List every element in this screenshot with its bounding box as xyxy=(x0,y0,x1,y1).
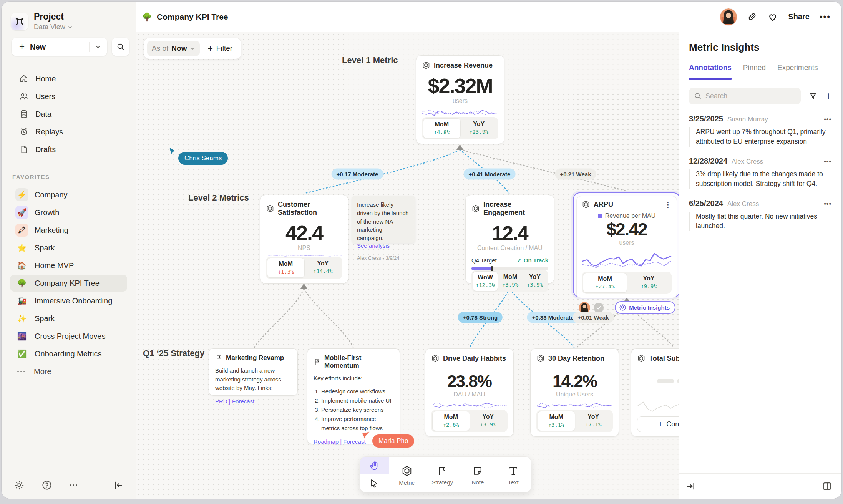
sidebar-item-label: Home xyxy=(35,75,56,83)
tab-annotations[interactable]: Annotations xyxy=(689,63,732,80)
sidebar-item-users[interactable]: Users xyxy=(2,88,136,105)
strategy-card-mobile-first-momentum[interactable]: Mobile-First Momentum Key efforts includ… xyxy=(307,348,400,444)
yoy-cell[interactable]: YoY ↑3.9% xyxy=(470,411,507,431)
yoy-cell[interactable]: YoY ↑14.4% xyxy=(305,258,342,278)
sidebar-item-spark[interactable]: ⭐ Spark xyxy=(2,239,136,257)
sidebar-item-data[interactable]: Data xyxy=(2,105,136,123)
sidebar-item-spark-2[interactable]: ✨ Spark xyxy=(2,310,136,327)
share-button[interactable]: Share xyxy=(788,12,810,21)
wow-cell[interactable]: WoW ↑12.3% xyxy=(473,271,498,291)
more-menu-icon[interactable]: ••• xyxy=(820,12,831,22)
sidebar-item-marketing[interactable]: 🖍 Marketing xyxy=(2,221,136,239)
new-button[interactable]: + New xyxy=(12,38,107,56)
favorite-heart-icon[interactable] xyxy=(767,12,778,22)
avatar[interactable] xyxy=(720,8,737,25)
cursor-icon xyxy=(370,479,379,488)
correlation-edge-label[interactable]: +0.21 Weak xyxy=(555,169,596,180)
yoy-label: YoY xyxy=(461,121,497,128)
sidebar-item-company-kpi-tree[interactable]: 🌳 Company KPI Tree xyxy=(2,274,136,292)
split-view-icon[interactable] xyxy=(822,481,832,491)
connect-button[interactable]: + Connect xyxy=(637,416,682,432)
search-input[interactable] xyxy=(705,92,796,100)
sidebar-search-button[interactable] xyxy=(112,38,129,56)
as-of-value: Now xyxy=(171,44,187,53)
metric-value: 14.2% xyxy=(536,373,613,390)
collapse-sidebar-icon[interactable] xyxy=(113,480,123,490)
annotation-item[interactable]: 12/28/2024 Alex Cress ••• 3% drop likely… xyxy=(689,157,831,189)
note-tool[interactable]: Note xyxy=(460,457,495,492)
copy-link-icon[interactable] xyxy=(747,12,757,22)
yoy-cell[interactable]: YoY ↑23.9% xyxy=(461,118,498,138)
select-tool[interactable] xyxy=(360,474,389,492)
sidebar-item-more[interactable]: More xyxy=(2,363,136,380)
kpi-tree-canvas[interactable]: As of Now + Filter Level 1 Metric Level … xyxy=(136,32,682,499)
annotation-author: Alex Cress xyxy=(727,200,759,208)
help-icon[interactable] xyxy=(41,480,52,491)
strategy-card-marketing-revamp[interactable]: Marketing Revamp Build and launch a new … xyxy=(209,348,298,396)
sidebar-item-drafts[interactable]: Drafts xyxy=(2,141,136,158)
hand-tool[interactable] xyxy=(360,457,389,474)
sidebar-item-cross-project-moves[interactable]: 🌆 Cross Project Moves xyxy=(2,327,136,345)
yoy-cell[interactable]: YoY ↑9.9% xyxy=(627,273,670,293)
workspace-switcher[interactable]: Data View xyxy=(34,23,73,31)
sidebar-item-company[interactable]: ⚡ Company xyxy=(2,186,136,204)
yoy-cell[interactable]: YoY ↑3.9% xyxy=(523,271,547,291)
see-analysis-link[interactable]: See analysis xyxy=(357,242,410,249)
correlation-edge-label[interactable]: +0.17 Moderate xyxy=(332,169,383,180)
mom-cell[interactable]: MoM ↑4.8% xyxy=(423,118,461,138)
mom-cell[interactable]: MoM ↑3.9% xyxy=(498,271,523,291)
mom-cell[interactable]: MoM ↑3.1% xyxy=(538,411,575,431)
annotation-menu-icon[interactable]: ••• xyxy=(824,158,831,165)
note-body: Build and launch a new marketing strateg… xyxy=(215,366,291,393)
metric-tool[interactable]: Metric xyxy=(389,457,425,492)
metric-card-total-subscriptions[interactable]: Total Subscript + Connect xyxy=(631,348,682,437)
metric-card-arpu-selected[interactable]: ARPU ⋮ Revenue per MAU $2.42 users MoM ↑… xyxy=(573,192,680,297)
yoy-value: ↑9.9% xyxy=(628,283,670,289)
mom-cell[interactable]: MoM ↑2.6% xyxy=(432,411,470,431)
sidebar-item-home[interactable]: Home xyxy=(2,70,136,88)
sidebar-item-onboarding-metrics[interactable]: ✅ Onboarding Metrics xyxy=(2,345,136,363)
annotation-item[interactable]: 6/25/2024 Alex Cress ••• Mostly flat thi… xyxy=(689,199,831,231)
chevron-down-icon[interactable] xyxy=(95,44,101,50)
sidebar-item-home-mvp[interactable]: 🏠 Home MVP xyxy=(2,257,136,274)
mom-cell[interactable]: MoM ↓1.3% xyxy=(267,258,305,278)
strategy-tool[interactable]: Strategy xyxy=(425,457,460,492)
correlation-edge-label[interactable]: +0.01 Weak xyxy=(573,312,614,323)
mom-cell[interactable]: MoM ↑27.4% xyxy=(583,273,627,293)
collapse-panel-icon[interactable] xyxy=(686,481,696,491)
annotations-search[interactable] xyxy=(689,88,801,104)
add-annotation-icon[interactable]: + xyxy=(825,91,831,101)
metric-card-customer-satisfaction[interactable]: Customer Satisfaction 42.4 NPS MoM ↓1.3%… xyxy=(260,195,348,284)
more-options-icon[interactable] xyxy=(69,484,78,487)
metric-insights-button[interactable]: Metric Insights xyxy=(615,301,675,314)
sidebar-item-replays[interactable]: Replays xyxy=(2,123,136,141)
draft-file-icon xyxy=(19,145,28,154)
annotation-menu-icon[interactable]: ••• xyxy=(824,116,831,123)
sidebar-item-growth[interactable]: 🚀 Growth xyxy=(2,204,136,221)
correlation-edge-label[interactable]: +0.78 Strong xyxy=(458,312,503,323)
workspace-logo[interactable] xyxy=(11,13,28,30)
metric-card-increase-engagement[interactable]: Increase Engagement 12.4 Content Creatio… xyxy=(465,195,554,284)
note-links[interactable]: PRD | Forecast xyxy=(215,398,291,405)
as-of-dropdown[interactable]: As of Now xyxy=(147,41,200,56)
annotation-item[interactable]: 3/25/2025 Susan Murray ••• ARPU went up … xyxy=(689,114,831,147)
cityscape-icon: 🌆 xyxy=(15,330,28,343)
card-menu-icon[interactable]: ⋮ xyxy=(664,201,672,208)
annotation-date: 12/28/2024 xyxy=(689,157,727,166)
text-tool[interactable]: Text xyxy=(496,457,531,492)
metric-card-drive-daily-habbits[interactable]: Drive Daily Habbits 23.8% DAU / MAU MoM … xyxy=(425,348,514,437)
annotation-menu-icon[interactable]: ••• xyxy=(824,201,831,207)
metric-card-increase-revenue[interactable]: Increase Revenue $2.32M users MoM ↑4.8% … xyxy=(416,55,504,144)
yoy-cell[interactable]: YoY ↑7.1% xyxy=(575,411,612,431)
correlation-edge-label[interactable]: +0.41 Moderate xyxy=(464,169,516,180)
gear-icon[interactable] xyxy=(14,480,25,491)
metric-card-30-day-retention[interactable]: 30 Day Retention 14.2% Unique Users MoM … xyxy=(530,348,619,437)
canvas-annotation-note[interactable]: Increase likely driven by the launch of … xyxy=(352,196,415,243)
filter-button[interactable]: + Filter xyxy=(203,43,237,54)
home-icon xyxy=(19,74,28,83)
correlation-edge-label[interactable]: +0.33 Moderate xyxy=(527,312,579,323)
tab-pinned[interactable]: Pinned xyxy=(743,63,766,80)
filter-funnel-icon[interactable] xyxy=(808,91,818,101)
sidebar-item-immersive-onboarding[interactable]: 🚂 Immersive Onboarding xyxy=(2,292,136,310)
tab-experiments[interactable]: Experiments xyxy=(777,63,818,80)
